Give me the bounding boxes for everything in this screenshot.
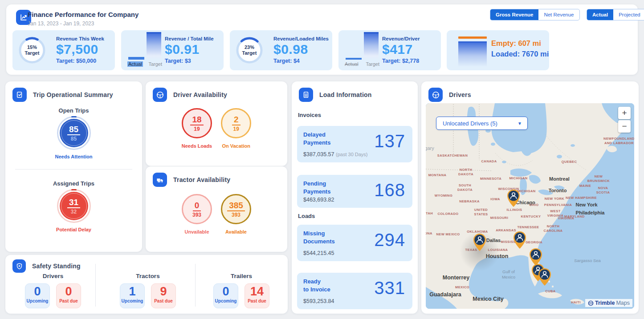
map-zoom-in-button[interactable]: +: [618, 107, 631, 119]
driver-pin-illinois[interactable]: [506, 189, 521, 207]
on-vacation-numerator: 2: [232, 115, 240, 125]
invoices-section-label: Invoices: [298, 112, 321, 118]
trip-summary-icon: [12, 88, 27, 102]
tractor-availability-panel: Tractor Availability 0 393 Unvailable 38…: [146, 166, 287, 252]
group-label: Tractors: [101, 273, 195, 279]
mode-toggle: Actual Projected: [587, 9, 644, 20]
tile-count: 331: [374, 278, 405, 298]
kpi-value: $0.91: [165, 42, 200, 57]
kpi-revenue-driver: Actual Target Revenue/Driver $417 Target…: [338, 30, 441, 70]
on-vacation-denominator: 19: [233, 126, 239, 132]
map-canvas[interactable]: SASKATCHEWAN CANADA NEWFOUNDLAND AND LAB…: [426, 103, 634, 309]
tile-title-line1: Delayed: [303, 131, 330, 139]
kpi-title: Revenue/Driver: [382, 36, 420, 41]
kpi-target: Target: $2,778: [382, 58, 419, 64]
past-due-label: Past due: [57, 299, 81, 303]
page-title: Finance Performance for Company: [28, 11, 139, 18]
net-revenue-button[interactable]: Net Revenue: [538, 9, 579, 20]
divider: [15, 169, 132, 170]
upcoming-tile: 0 Upcoming: [213, 283, 238, 308]
past-due-tile: 0 Past due: [56, 283, 81, 308]
needs-loads-denominator: 19: [194, 126, 200, 132]
group-label: Drivers: [11, 273, 95, 279]
finance-performance-card: Finance Performance for Company Jan 13, …: [6, 4, 638, 75]
panel-title: Load Information: [319, 91, 372, 98]
attribution-bold: Trimble: [595, 300, 615, 306]
map-zoom-out-button[interactable]: −: [618, 120, 631, 133]
available-numerator: 385: [227, 201, 245, 211]
upcoming-tile: 1 Upcoming: [120, 283, 145, 308]
tile-amount: $593,253.84: [303, 298, 334, 304]
tile-title-line1: Missing: [303, 230, 335, 238]
trip-operational-summary-panel: Trip Operational Summary Open Trips 85 8…: [5, 81, 142, 252]
kpi-value: $417: [382, 42, 413, 57]
kpi-revenue-total-mile: Actual Target Revenue / Total Mile $0.91…: [121, 30, 224, 70]
pending-payments-tile[interactable]: PendingPayments $463,693.82 168: [297, 175, 412, 208]
truck-icon: [153, 173, 167, 187]
tile-title-line2: Payments: [303, 188, 330, 196]
upcoming-label: Upcoming: [25, 299, 49, 303]
empty-miles: Empty: 607 mi: [491, 38, 549, 49]
projected-button[interactable]: Projected: [613, 9, 644, 20]
kpi-empty-loaded-miles: Empty: 607 mi Loaded: 7670 mi: [447, 30, 549, 70]
safety-group-drivers: Drivers 0 Upcoming 0 Past due: [11, 273, 95, 308]
assigned-trips-label: Assigned Trips: [5, 180, 142, 187]
tile-title-line1: Ready: [303, 278, 330, 286]
dropdown-value: Unlocated Drivers (5): [443, 120, 518, 127]
kpi-value: $7,500: [56, 42, 98, 57]
open-trips-numerator: 85: [67, 125, 80, 135]
open-trips-denominator: 85: [71, 136, 77, 141]
past-due-count: 14: [245, 285, 269, 299]
unavailable-label: Unvailable: [184, 229, 209, 234]
shield-icon: [12, 259, 26, 273]
steering-wheel-icon: [428, 88, 443, 102]
delayed-payments-tile[interactable]: DelayedPayments $387,035.57 (past 30 Day…: [297, 126, 412, 162]
past-due-count: 9: [151, 285, 175, 299]
driver-pin-georgia[interactable]: [512, 230, 527, 249]
target-donut: 15% Target: [17, 35, 47, 65]
missing-documents-tile[interactable]: MissingDocuments $544,215.45 294: [297, 225, 412, 261]
divider: [195, 264, 196, 307]
open-trips-label: Open Trips: [5, 107, 142, 114]
tile-amount: $544,215.45: [303, 250, 334, 256]
miles-stacked-bar: [458, 36, 487, 67]
available-label: Available: [225, 229, 247, 234]
ready-to-invoice-tile[interactable]: Readyto Invoice $593,253.84 331: [297, 273, 412, 309]
safety-group-tractors: Tractors 1 Upcoming 9 Past due: [101, 273, 195, 308]
kpi-title: Revenue This Week: [56, 36, 104, 41]
chevron-down-icon: ▼: [518, 121, 522, 126]
kpi-revenue-this-week: 15% Target Revenue This Week $7,500 Targ…: [12, 30, 115, 70]
driver-pin-texas[interactable]: [472, 233, 487, 251]
needs-loads-numerator: 18: [190, 115, 203, 125]
unlocated-drivers-dropdown[interactable]: Unlocated Drivers (5) ▼: [436, 117, 528, 130]
gross-revenue-button[interactable]: Gross Revenue: [490, 9, 538, 20]
driver-availability-panel: Driver Availability 18 19 Needs Loads 2 …: [146, 81, 287, 166]
revenue-toggle: Gross Revenue Net Revenue: [490, 9, 580, 20]
kpi-target: Target: $4: [273, 58, 300, 64]
tile-title-line2: to Invoice: [303, 286, 330, 294]
past-due-tile: 14 Past due: [245, 283, 269, 308]
panel-title: Safety Standing: [32, 262, 81, 270]
panel-title: Drivers: [449, 91, 471, 98]
kpi-target: Target: $50,000: [56, 58, 96, 64]
legend-actual: Actual: [345, 61, 359, 67]
upcoming-count: 0: [214, 285, 238, 299]
tile-note: (past 30 Days): [336, 152, 368, 157]
available-denominator: 393: [232, 212, 240, 218]
actual-target-bars: Actual Target: [345, 35, 380, 67]
group-label: Trailers: [200, 273, 282, 279]
open-trips-gauge: 85 85: [57, 116, 91, 150]
past-due-label: Past due: [245, 299, 269, 303]
receipt-icon: [299, 88, 313, 102]
driver-pin-bahamas[interactable]: [537, 267, 552, 286]
panel-title: Trip Operational Summary: [33, 91, 113, 98]
date-range: Jan 13, 2023 - Jan 19, 2023: [28, 20, 94, 27]
available-gauge: 385 393 Available: [221, 194, 251, 234]
upcoming-count: 1: [120, 285, 144, 299]
tile-count: 137: [374, 131, 405, 151]
actual-button[interactable]: Actual: [587, 9, 613, 20]
unavailable-denominator: 393: [192, 212, 201, 218]
upcoming-count: 0: [25, 285, 49, 299]
divider: [95, 264, 96, 307]
kpi-value: $0.98: [273, 42, 308, 57]
